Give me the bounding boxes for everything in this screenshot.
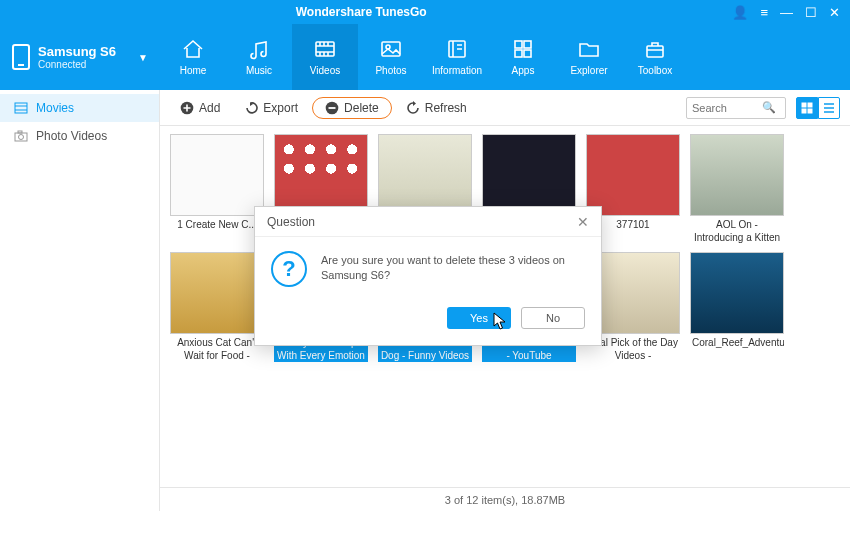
nav-photos[interactable]: Photos: [358, 24, 424, 90]
refresh-button[interactable]: Refresh: [396, 97, 477, 119]
device-name: Samsung S6: [38, 44, 130, 59]
delete-button[interactable]: Delete: [312, 97, 392, 119]
phone-icon: [12, 44, 30, 70]
button-label: Refresh: [425, 101, 467, 115]
explorer-icon: [576, 38, 602, 60]
home-icon: [180, 38, 206, 60]
nav-music[interactable]: Music: [226, 24, 292, 90]
add-button[interactable]: Add: [170, 97, 230, 119]
video-thumb[interactable]: Coral_Reef_Adventure_720: [690, 252, 784, 362]
nav-apps[interactable]: Apps: [490, 24, 556, 90]
chevron-down-icon: ▼: [138, 52, 148, 63]
sidebar-item-label: Movies: [36, 101, 74, 115]
sidebar: Movies Photo Videos: [0, 90, 160, 511]
no-button[interactable]: No: [521, 307, 585, 329]
app-title: Wondershare TunesGo: [0, 5, 722, 19]
grid-view-button[interactable]: [796, 97, 818, 119]
sidebar-item-photo-videos[interactable]: Photo Videos: [0, 122, 159, 150]
nav-toolbox[interactable]: Toolbox: [622, 24, 688, 90]
export-icon: [244, 101, 258, 115]
apps-icon: [510, 38, 536, 60]
svg-rect-17: [802, 109, 806, 113]
svg-rect-5: [524, 41, 531, 48]
yes-button[interactable]: Yes: [447, 307, 511, 329]
header: Samsung S6 Connected ▼ Home Music Videos…: [0, 24, 850, 90]
videos-icon: [312, 38, 338, 60]
button-label: Export: [263, 101, 298, 115]
sidebar-item-label: Photo Videos: [36, 129, 107, 143]
dialog-title: Question: [267, 215, 315, 229]
video-caption: 1 Create New C...: [170, 216, 264, 244]
sidebar-item-movies[interactable]: Movies: [0, 94, 159, 122]
svg-rect-7: [524, 50, 531, 57]
user-icon[interactable]: 👤: [732, 5, 748, 20]
button-label: Delete: [344, 101, 379, 115]
video-thumb[interactable]: 1 Create New C...: [170, 134, 264, 244]
nav-information[interactable]: Information: [424, 24, 490, 90]
svg-rect-8: [647, 46, 663, 57]
minimize-button[interactable]: —: [780, 5, 793, 20]
toolbar: Add Export Delete Refresh 🔍: [160, 90, 850, 126]
close-button[interactable]: ✕: [829, 5, 840, 20]
svg-rect-9: [15, 103, 27, 113]
dialog-close-button[interactable]: ✕: [577, 214, 589, 230]
menu-icon[interactable]: ≡: [760, 5, 768, 20]
minus-icon: [325, 101, 339, 115]
nav-label: Home: [180, 65, 207, 76]
nav-label: Videos: [310, 65, 340, 76]
nav-explorer[interactable]: Explorer: [556, 24, 622, 90]
photos-icon: [378, 38, 404, 60]
confirm-dialog: Question ✕ ? Are you sure you want to de…: [254, 206, 602, 346]
toolbox-icon: [642, 38, 668, 60]
video-caption: AOL On - Introducing a Kitten to Their N…: [690, 216, 784, 244]
nav-home[interactable]: Home: [160, 24, 226, 90]
svg-rect-4: [515, 41, 522, 48]
nav-label: Information: [432, 65, 482, 76]
nav-label: Apps: [512, 65, 535, 76]
view-toggle: [796, 97, 840, 119]
search-input[interactable]: [692, 102, 762, 114]
title-bar: Wondershare TunesGo 👤 ≡ — ☐ ✕: [0, 0, 850, 24]
list-view-button[interactable]: [818, 97, 840, 119]
video-caption: Anxious Cat Can't Wait for Food - Jokero…: [170, 334, 264, 362]
search-box[interactable]: 🔍: [686, 97, 786, 119]
nav-label: Music: [246, 65, 272, 76]
svg-rect-15: [802, 103, 806, 107]
svg-rect-12: [18, 131, 22, 133]
refresh-icon: [406, 101, 420, 115]
nav-label: Explorer: [570, 65, 607, 76]
camera-icon: [14, 130, 28, 142]
status-bar: 3 of 12 item(s), 18.87MB: [160, 487, 850, 511]
maximize-button[interactable]: ☐: [805, 5, 817, 20]
device-status: Connected: [38, 59, 130, 70]
question-icon: ?: [271, 251, 307, 287]
search-icon: 🔍: [762, 101, 776, 114]
svg-rect-16: [808, 103, 812, 107]
export-button[interactable]: Export: [234, 97, 308, 119]
svg-rect-0: [316, 42, 334, 56]
movies-icon: [14, 102, 28, 114]
dialog-message: Are you sure you want to delete these 3 …: [321, 251, 585, 287]
svg-point-11: [19, 135, 24, 140]
device-selector[interactable]: Samsung S6 Connected ▼: [0, 24, 160, 90]
nav-label: Photos: [375, 65, 406, 76]
nav-videos[interactable]: Videos: [292, 24, 358, 90]
nav-label: Toolbox: [638, 65, 672, 76]
information-icon: [444, 38, 470, 60]
button-label: Add: [199, 101, 220, 115]
music-icon: [246, 38, 272, 60]
video-thumb[interactable]: Anxious Cat Can't Wait for Food - Jokero…: [170, 252, 264, 362]
video-thumb[interactable]: AOL On - Introducing a Kitten to Their N…: [690, 134, 784, 244]
svg-rect-18: [808, 109, 812, 113]
main-nav: Home Music Videos Photos Information App…: [160, 24, 688, 90]
svg-rect-6: [515, 50, 522, 57]
svg-rect-1: [382, 42, 400, 56]
video-caption: Coral_Reef_Adventure_720: [690, 334, 784, 362]
plus-icon: [180, 101, 194, 115]
